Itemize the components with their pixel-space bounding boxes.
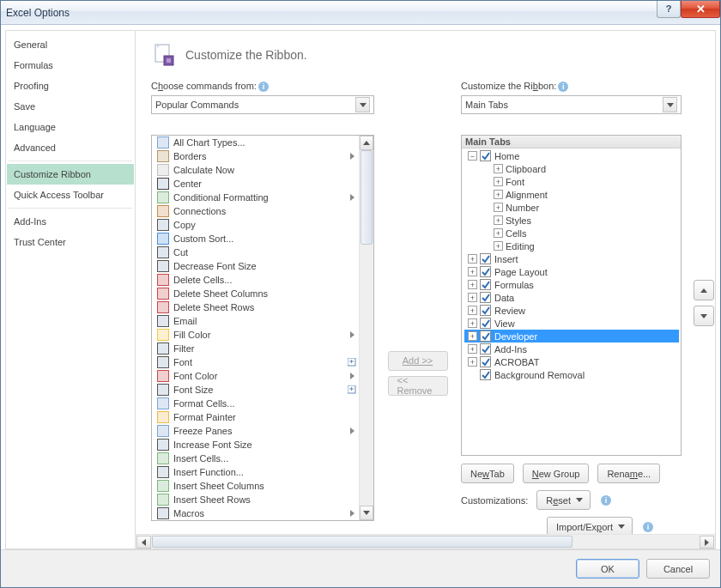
move-up-button[interactable] xyxy=(694,280,714,300)
expand-icon[interactable]: + xyxy=(468,357,477,367)
command-item[interactable]: Connections xyxy=(152,204,359,218)
command-item[interactable]: Font Color xyxy=(152,369,359,383)
customize-ribbon-combo[interactable]: Main Tabs xyxy=(461,95,682,114)
tree-item-background-removal[interactable]: Background Removal xyxy=(464,368,679,381)
reset-button[interactable]: Reset xyxy=(536,490,591,510)
help-button[interactable]: ? xyxy=(657,1,681,18)
cancel-button[interactable]: Cancel xyxy=(646,559,710,579)
scroll-thumb[interactable] xyxy=(152,536,573,548)
commands-listbox[interactable]: All Chart Types...BordersCalculate NowCe… xyxy=(151,135,374,521)
expand-icon[interactable]: + xyxy=(468,280,477,289)
tree-item-add-ins[interactable]: +Add-Ins xyxy=(464,342,679,355)
sidebar-item-quick-access-toolbar[interactable]: Quick Access Toolbar xyxy=(7,185,134,205)
new-tab-button[interactable]: New Tab xyxy=(461,464,514,483)
scroll-right-button[interactable] xyxy=(700,536,714,549)
tab-checkbox[interactable] xyxy=(480,253,491,264)
command-item[interactable]: Format Painter xyxy=(152,410,359,424)
list-vertical-scrollbar[interactable] xyxy=(359,136,373,520)
expand-icon[interactable]: + xyxy=(494,177,503,186)
tab-checkbox[interactable] xyxy=(480,369,491,380)
sidebar-item-general[interactable]: General xyxy=(7,34,134,55)
info-icon[interactable]: i xyxy=(558,82,568,92)
command-item[interactable]: Freeze Panes xyxy=(152,424,359,438)
expand-icon[interactable]: + xyxy=(494,190,503,199)
scroll-left-button[interactable] xyxy=(136,536,151,549)
expand-icon[interactable]: + xyxy=(468,318,477,328)
command-item[interactable]: Increase Font Size xyxy=(152,438,359,452)
scroll-track[interactable] xyxy=(152,535,699,549)
expand-icon[interactable]: + xyxy=(468,344,477,354)
command-item[interactable]: Center xyxy=(152,177,359,191)
tab-checkbox[interactable] xyxy=(480,292,491,303)
expand-icon[interactable]: + xyxy=(468,331,477,341)
command-item[interactable]: Delete Cells... xyxy=(152,273,359,287)
info-icon[interactable]: i xyxy=(643,522,653,532)
command-item[interactable]: Conditional Formatting xyxy=(152,191,359,204)
tab-checkbox[interactable] xyxy=(480,343,491,355)
command-item[interactable]: Copy xyxy=(152,218,359,232)
sidebar-item-trust-center[interactable]: Trust Center xyxy=(7,232,134,252)
command-item[interactable]: Font xyxy=(152,355,359,369)
command-item[interactable]: Delete Sheet Rows xyxy=(152,300,359,314)
tree-item-home[interactable]: −Home xyxy=(464,149,679,162)
tree-item-cells[interactable]: +Cells xyxy=(464,227,679,239)
move-down-button[interactable] xyxy=(694,306,714,326)
tree-item-page-layout[interactable]: +Page Layout xyxy=(464,265,679,278)
tree-item-styles[interactable]: +Styles xyxy=(464,214,679,227)
scroll-down-button[interactable] xyxy=(360,506,373,520)
tree-item-clipboard[interactable]: +Clipboard xyxy=(464,162,679,175)
rename-button[interactable]: Rename... xyxy=(597,464,660,483)
remove-button[interactable]: << Remove xyxy=(388,376,448,396)
command-item[interactable]: All Chart Types... xyxy=(152,136,359,149)
scroll-thumb[interactable] xyxy=(360,150,373,245)
command-item[interactable]: Borders xyxy=(152,149,359,163)
command-item[interactable]: Delete Sheet Columns xyxy=(152,287,359,300)
command-item[interactable]: Fill Color xyxy=(152,328,359,342)
info-icon[interactable]: i xyxy=(258,82,269,92)
tab-checkbox[interactable] xyxy=(480,266,491,277)
command-item[interactable]: Macros xyxy=(152,506,359,520)
command-item[interactable]: Font Size xyxy=(152,383,359,397)
command-item[interactable]: Calculate Now xyxy=(152,163,359,177)
tree-item-font[interactable]: +Font xyxy=(464,175,679,188)
tab-checkbox[interactable] xyxy=(480,305,491,316)
sidebar-item-save[interactable]: Save xyxy=(7,96,134,117)
expand-icon[interactable]: + xyxy=(468,267,477,276)
command-item[interactable]: Format Cells... xyxy=(152,397,359,410)
expand-icon[interactable]: + xyxy=(494,203,503,212)
tab-checkbox[interactable] xyxy=(480,330,491,342)
ribbon-tabs-tree[interactable]: Main Tabs −Home+Clipboard+Font+Alignment… xyxy=(461,135,682,456)
collapse-icon[interactable]: − xyxy=(468,151,477,161)
tree-item-review[interactable]: +Review xyxy=(464,304,679,317)
command-item[interactable]: Insert Function... xyxy=(152,465,359,479)
tree-item-formulas[interactable]: +Formulas xyxy=(464,278,679,291)
command-item[interactable]: Email xyxy=(152,314,359,328)
command-item[interactable]: Filter xyxy=(152,342,359,355)
tree-item-view[interactable]: +View xyxy=(464,317,679,330)
tree-item-acrobat[interactable]: +ACROBAT xyxy=(464,355,679,368)
info-icon[interactable]: i xyxy=(601,495,611,506)
command-item[interactable]: Decrease Font Size xyxy=(152,259,359,273)
tree-item-developer[interactable]: +Developer xyxy=(464,330,679,342)
tab-checkbox[interactable] xyxy=(480,279,491,290)
tree-item-editing[interactable]: +Editing xyxy=(464,239,679,252)
scroll-track[interactable] xyxy=(360,150,373,506)
expand-icon[interactable]: + xyxy=(494,241,503,251)
sidebar-item-language[interactable]: Language xyxy=(7,117,134,137)
sidebar-item-add-ins[interactable]: Add-Ins xyxy=(7,211,134,232)
command-item[interactable]: Cut xyxy=(152,246,359,259)
tree-item-alignment[interactable]: +Alignment xyxy=(464,188,679,201)
choose-commands-combo[interactable]: Popular Commands xyxy=(151,95,374,114)
command-item[interactable]: Insert Sheet Rows xyxy=(152,493,359,506)
tree-item-data[interactable]: +Data xyxy=(464,291,679,304)
command-item[interactable]: Insert Sheet Columns xyxy=(152,479,359,493)
command-item[interactable]: Insert Cells... xyxy=(152,452,359,465)
tree-item-number[interactable]: +Number xyxy=(464,201,679,214)
expand-icon[interactable]: + xyxy=(468,254,477,264)
scroll-up-button[interactable] xyxy=(360,136,373,150)
expand-icon[interactable]: + xyxy=(494,215,503,225)
add-button[interactable]: Add >> xyxy=(388,351,448,371)
tree-item-insert[interactable]: +Insert xyxy=(464,252,679,265)
new-group-button[interactable]: New Group xyxy=(523,464,590,483)
command-item[interactable]: Custom Sort... xyxy=(152,232,359,246)
